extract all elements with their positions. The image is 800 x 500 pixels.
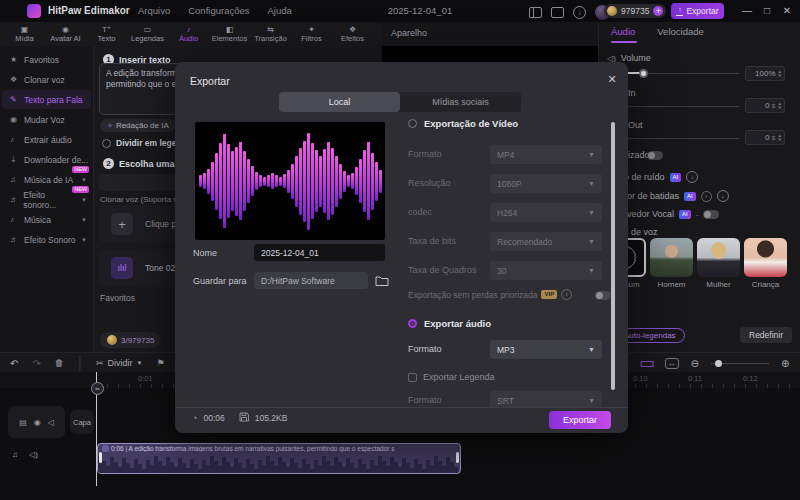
fade-in-value-box[interactable]: 0 s ▲▼ <box>745 98 785 113</box>
name-label: Nome <box>193 248 217 258</box>
close-button[interactable]: ✕ <box>778 0 796 20</box>
sidebar-item-7[interactable]: ♬Efeito sonoro...▼NEW <box>2 190 91 209</box>
voice-photo-homem[interactable] <box>650 238 693 277</box>
sparkle-icon: ✧ <box>107 122 113 130</box>
link-icon[interactable]: ⊏⊐ <box>640 358 653 369</box>
video-row-select-2[interactable]: H264▼ <box>490 203 602 222</box>
minimize-button[interactable]: — <box>738 0 756 20</box>
speaker-icon[interactable]: ◁) <box>29 450 38 459</box>
maximize-button[interactable]: □ <box>758 0 776 20</box>
playhead-handle[interactable]: ✂ <box>91 382 104 395</box>
info-icon[interactable]: i <box>561 289 572 300</box>
fade-out-value-box[interactable]: 0 s ▲▼ <box>745 130 785 145</box>
sidebar-item-4[interactable]: ♪Extrair áudio <box>2 130 91 149</box>
marker-icon[interactable]: ⚑ <box>156 358 164 368</box>
save-path-input[interactable]: D:/HitPaw Software <box>254 272 368 289</box>
download-icon[interactable]: ↓ <box>686 171 698 183</box>
split-button[interactable]: ✂ Dividir ▼ <box>96 358 143 368</box>
tool-filtros[interactable]: ✦Filtros <box>291 25 332 43</box>
tool-legendas[interactable]: ▭Legendas <box>127 25 168 43</box>
add-credits-button[interactable]: + <box>653 6 663 16</box>
tab-speed[interactable]: Velocidade <box>657 26 703 37</box>
volume-knob[interactable] <box>639 69 648 78</box>
tab-audio[interactable]: Áudio <box>611 26 635 37</box>
fit-timeline-icon[interactable]: ↔ <box>665 358 679 369</box>
subtitle-checkbox[interactable] <box>408 373 417 382</box>
voice-option-homem[interactable]: Homem <box>650 238 693 289</box>
download-icon[interactable]: ↓ <box>717 190 729 202</box>
stepper-icon[interactable]: ▲▼ <box>778 102 782 110</box>
waveform-bar <box>219 143 222 219</box>
vocal-remover-toggle[interactable] <box>703 210 719 219</box>
sidebar-item-8[interactable]: ♪Música▼ <box>2 210 91 229</box>
zoom-in-icon[interactable]: ⊕ <box>781 358 789 369</box>
modal-scrollbar[interactable] <box>611 122 615 390</box>
tab-local[interactable]: Local <box>279 92 400 112</box>
lossless-toggle[interactable] <box>595 291 611 300</box>
waveform-bar <box>367 142 370 220</box>
delete-icon[interactable]: 🗑︎ <box>55 358 64 368</box>
reset-button[interactable]: Redefinir <box>740 327 792 343</box>
app-logo-icon <box>27 4 41 18</box>
tab-social[interactable]: Mídias sociais <box>400 92 521 112</box>
tool-avatar-ai[interactable]: ◉Avatar AI <box>45 25 86 43</box>
waveform-bar <box>347 175 350 187</box>
video-row-select-0[interactable]: MP4▼ <box>490 145 602 164</box>
video-row-select-4[interactable]: 30▼ <box>490 261 602 280</box>
stepper-icon[interactable]: ▲▼ <box>778 70 782 78</box>
voice-option-mulher[interactable]: Mulher <box>697 238 740 289</box>
sidebar-item-9[interactable]: ♬Efeito Sonoro▼ <box>2 230 91 249</box>
tool-elementos[interactable]: ◧Elementos <box>209 25 250 43</box>
video-row-select-1[interactable]: 1080P▼ <box>490 174 602 193</box>
zoom-slider-knob[interactable] <box>715 360 722 367</box>
modal-close-icon[interactable]: ✕ <box>603 70 621 88</box>
zoom-out-icon[interactable]: ⊖ <box>691 358 699 369</box>
volume-value-box[interactable]: 100% ▲▼ <box>745 66 785 81</box>
stepper-icon[interactable]: ▲▼ <box>778 134 782 142</box>
video-row-select-3[interactable]: Recomendado▼ <box>490 232 602 251</box>
tool-mídia[interactable]: ▣Mídia <box>4 25 45 43</box>
voice-photo-mulher[interactable] <box>697 238 740 277</box>
timeline-zoom-slider[interactable] <box>711 363 769 364</box>
export-confirm-button[interactable]: Exportar <box>549 411 611 429</box>
sidebar-item-1[interactable]: ❖Clonar voz <box>2 70 91 89</box>
device-label[interactable]: Aparelho <box>391 28 427 38</box>
audio-format-select[interactable]: MP3▼ <box>490 340 602 359</box>
sidebar-item-3[interactable]: ◉Mudar Voz <box>2 110 91 129</box>
tool-efeitos[interactable]: ❖Efeitos <box>332 25 373 43</box>
layout-icon[interactable] <box>529 7 542 18</box>
ai-writing-button[interactable]: ✧ Redação de IA <box>100 119 176 132</box>
clip-left-handle[interactable] <box>99 452 102 463</box>
download-icon[interactable]: ↓ <box>573 6 586 19</box>
voice-option-criança[interactable]: Criança <box>744 238 787 289</box>
audio-clip[interactable]: 0:06 | A edição transforma imagens bruta… <box>97 443 461 474</box>
clip-label: 0:06 | A edição transforma imagens bruta… <box>102 445 456 452</box>
sidebar-item-2[interactable]: ✎Texto para Fala <box>2 90 91 109</box>
split-captions-radio[interactable] <box>102 139 111 148</box>
undo-icon[interactable]: ↶ <box>10 358 18 369</box>
clip-right-handle[interactable] <box>456 452 459 463</box>
redo-icon[interactable]: ↷ <box>32 358 40 369</box>
enhancer-toggle[interactable] <box>647 151 663 160</box>
menu-item-0[interactable]: Arquivo <box>138 5 170 16</box>
sidebar-item-0[interactable]: ★Favoritos <box>2 50 91 69</box>
waveform-bar <box>299 148 302 215</box>
video-export-radio[interactable] <box>408 119 417 128</box>
tool-áudio[interactable]: ♪Áudio <box>168 25 209 43</box>
tool-texto[interactable]: T⁺Texto <box>86 25 127 43</box>
eye-icon[interactable]: ◉ <box>34 418 41 427</box>
info-icon[interactable]: i <box>701 191 712 202</box>
tool-transição[interactable]: ⇆Transição <box>250 25 291 43</box>
export-button-top[interactable]: ↑ Exportar <box>671 3 724 19</box>
menu-item-2[interactable]: Ajuda <box>267 5 291 16</box>
cover-button[interactable]: Capa <box>70 410 94 434</box>
export-size: 105.2KB <box>255 413 288 423</box>
mute-icon[interactable]: ◁ <box>48 418 54 427</box>
feedback-icon[interactable] <box>551 7 564 18</box>
credits-badge[interactable]: 979735 + <box>604 4 666 18</box>
audio-export-radio[interactable] <box>408 319 417 328</box>
name-input[interactable]: 2025-12-04_01 <box>254 244 385 261</box>
voice-photo-criança[interactable] <box>744 238 787 277</box>
menu-item-1[interactable]: Configurações <box>188 5 249 16</box>
folder-icon[interactable] <box>375 273 389 291</box>
